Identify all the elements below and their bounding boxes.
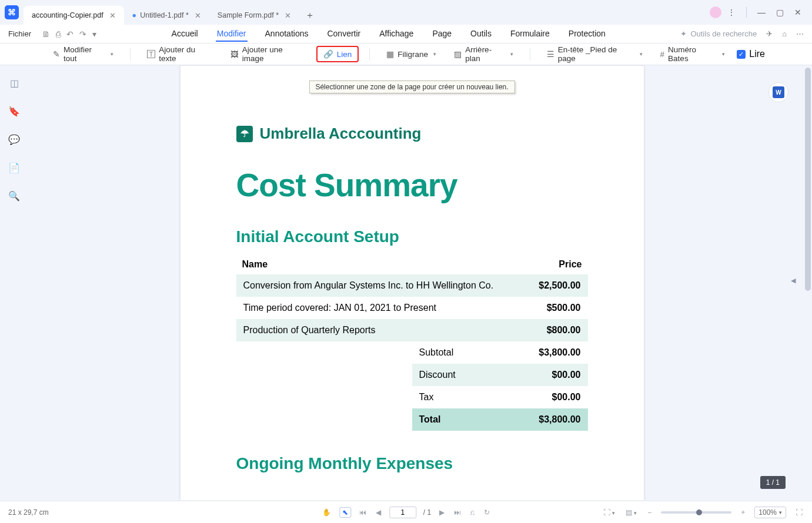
close-window-icon[interactable]: ✕ <box>794 8 801 17</box>
first-page-icon[interactable]: ⏮ <box>358 508 367 517</box>
last-page-icon[interactable]: ⏭ <box>453 508 462 517</box>
page-total: / 1 <box>423 508 431 517</box>
menu-annotations[interactable]: Annotations <box>264 26 310 42</box>
thumbnails-icon[interactable]: ◫ <box>8 77 20 89</box>
hand-tool-icon[interactable]: ✋ <box>321 508 332 517</box>
save-icon[interactable]: 🗎 <box>42 29 50 39</box>
label: Ajouter une image <box>242 45 305 63</box>
right-collapse-icon[interactable]: ◀ <box>790 277 797 290</box>
image-icon: 🖼 <box>230 50 239 59</box>
file-menu[interactable]: Fichier <box>8 29 31 38</box>
send-icon[interactable]: ✈ <box>766 29 773 38</box>
export-word-badge[interactable]: W <box>768 82 788 102</box>
summary-row: Discount $00.00 <box>412 364 588 386</box>
more-icon[interactable]: ⋮ <box>727 8 736 17</box>
page-number-input[interactable] <box>389 507 416 518</box>
next-view-icon[interactable]: ↻ <box>483 508 491 517</box>
tab-label: accounting-Copier.pdf <box>32 11 103 19</box>
new-tab-button[interactable]: ＋ <box>299 6 320 25</box>
print-icon[interactable]: ⎙ <box>56 29 61 39</box>
summary-value: $00.00 <box>496 364 588 386</box>
close-icon[interactable]: ✕ <box>285 11 291 20</box>
tab-untitled[interactable]: ● Untitled-1.pdf * ✕ <box>124 6 209 25</box>
tab-sample-form[interactable]: Sample Form.pdf * ✕ <box>209 6 299 25</box>
zoom-slider-knob[interactable] <box>696 509 702 515</box>
section-heading-2: Ongoing Monthly Expenses <box>236 454 588 473</box>
close-icon[interactable]: ✕ <box>109 11 116 20</box>
fullscreen-icon[interactable]: ⛶ <box>794 508 804 517</box>
undo-icon[interactable]: ↶ <box>66 29 73 39</box>
zoom-value: 100% <box>758 508 777 517</box>
header-footer-button[interactable]: ☰ En-tête _Pied de page <box>541 43 649 65</box>
edit-all-button[interactable]: ✎ Modifier tout <box>47 43 119 65</box>
dirty-dot-icon: ● <box>132 11 137 19</box>
add-text-button[interactable]: 🅃 Ajouter du texte <box>141 43 218 65</box>
select-tool-icon[interactable]: ⬉ <box>339 507 351 518</box>
user-avatar[interactable] <box>710 6 721 18</box>
zoom-level-dropdown[interactable]: 100% ▾ <box>754 507 786 518</box>
bates-number-button[interactable]: # Numéro Bates <box>654 43 731 65</box>
read-toggle[interactable]: ✓ Lire <box>737 49 765 59</box>
minimize-icon[interactable]: ― <box>757 8 766 17</box>
bates-icon: # <box>660 50 665 59</box>
attachment-icon[interactable]: 📄 <box>8 162 20 173</box>
table-row: Time period covered: JAN 01, 2021 to Pre… <box>236 297 588 319</box>
workspace: ◫ 🔖 💬 📄 🔍 ▶ Sélectionner une zone de la … <box>0 65 812 500</box>
bookmark-icon[interactable]: 🔖 <box>8 105 20 117</box>
watermark-button[interactable]: ▦ Filigrane <box>380 47 442 61</box>
fit-page-icon[interactable]: ⛶ <box>602 508 616 517</box>
prev-page-icon[interactable]: ◀ <box>375 508 382 517</box>
menu-outils[interactable]: Outils <box>469 26 493 42</box>
add-image-button[interactable]: 🖼 Ajouter une image <box>225 43 310 65</box>
word-icon: W <box>773 86 784 98</box>
search-icon[interactable]: 🔍 <box>8 190 20 202</box>
document-area[interactable]: Sélectionner une zone de la page pour cr… <box>28 65 796 500</box>
menu-protection[interactable]: Protection <box>567 26 607 42</box>
section-heading-1: Initial Account Setup <box>236 227 588 246</box>
th-name: Name <box>236 254 527 274</box>
link-button[interactable]: 🔗 Lien <box>316 46 359 62</box>
summary-value: $3,800.00 <box>496 408 588 431</box>
tab-label: Untitled-1.pdf * <box>140 11 189 19</box>
home-icon[interactable]: ⌂ <box>782 29 787 38</box>
header-footer-icon: ☰ <box>547 49 554 59</box>
menu-convertir[interactable]: Convertir <box>326 26 362 42</box>
scrollbar-thumb[interactable] <box>805 68 811 291</box>
search-tools-button[interactable]: ✦ Outils de recherche <box>680 29 757 38</box>
close-icon[interactable]: ✕ <box>195 11 201 20</box>
zoom-in-icon[interactable]: + <box>740 508 746 517</box>
tab-label: Sample Form.pdf * <box>218 11 279 19</box>
menu-formulaire[interactable]: Formulaire <box>509 26 551 42</box>
divider <box>369 48 370 61</box>
vertical-scrollbar[interactable] <box>804 65 812 501</box>
zoom-out-icon[interactable]: − <box>646 508 653 517</box>
summary-row: Tax $00.00 <box>412 386 588 408</box>
label: Lien <box>337 50 352 59</box>
search-tools-label: Outils de recherche <box>690 29 757 38</box>
menu-accueil[interactable]: Accueil <box>171 26 199 42</box>
menu-affichage[interactable]: Affichage <box>378 26 415 42</box>
summary-label: Subtotal <box>412 341 496 364</box>
overflow-icon[interactable]: ⋯ <box>796 29 804 38</box>
menu-page[interactable]: Page <box>431 26 453 42</box>
quickbar-dropdown-icon[interactable]: ▾ <box>92 29 96 39</box>
th-price: Price <box>526 254 587 274</box>
comment-icon[interactable]: 💬 <box>8 133 20 145</box>
menubar: Fichier 🗎 ⎙ ↶ ↷ ▾ Accueil Modifier Annot… <box>0 25 812 43</box>
left-sidebar: ◫ 🔖 💬 📄 🔍 <box>0 65 28 500</box>
tab-accounting[interactable]: accounting-Copier.pdf ✕ <box>24 6 124 25</box>
divider <box>130 48 131 61</box>
label: En-tête _Pied de page <box>558 45 634 63</box>
background-icon: ▨ <box>454 49 462 59</box>
view-mode-icon[interactable]: ▤ <box>624 508 638 517</box>
zoom-slider[interactable] <box>661 511 731 514</box>
redo-icon[interactable]: ↷ <box>79 29 86 39</box>
cell-name: Production of Quarterly Reports <box>236 319 527 341</box>
prev-view-icon[interactable]: ⎌ <box>469 508 476 517</box>
maximize-icon[interactable]: ▢ <box>776 8 784 17</box>
background-button[interactable]: ▨ Arrière-plan <box>448 43 519 65</box>
menu-modifier[interactable]: Modifier <box>216 26 248 42</box>
link-tooltip: Sélectionner une zone de la page pour cr… <box>309 81 514 93</box>
next-page-icon[interactable]: ▶ <box>438 508 446 517</box>
cell-price: $500.00 <box>526 297 587 319</box>
